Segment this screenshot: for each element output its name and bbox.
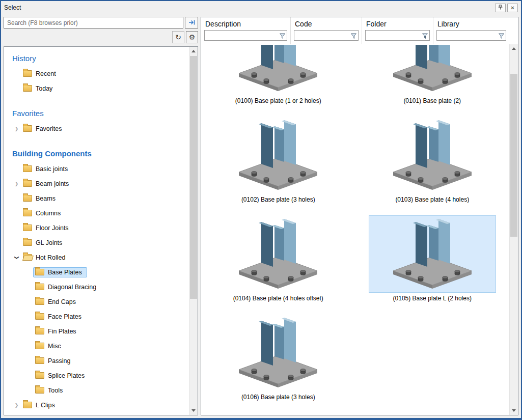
filter-input[interactable] — [294, 31, 358, 40]
scrollbar-up-button[interactable] — [189, 47, 198, 55]
scrollbar-up-button[interactable] — [510, 44, 518, 53]
tree-item[interactable]: Beams — [4, 191, 189, 206]
section-header-favorites: Favorites — [4, 105, 189, 121]
folder-tree: History Recent — [4, 46, 198, 415]
component-item[interactable]: (0103) Base plate (4 holes) — [365, 117, 500, 204]
pin-button[interactable] — [495, 4, 506, 12]
close-button[interactable]: ✕ — [507, 4, 518, 12]
tree-item[interactable]: Today — [4, 81, 189, 96]
expander-icon[interactable] — [12, 403, 21, 408]
gear-icon: ⚙ — [189, 33, 196, 41]
component-thumbnail[interactable] — [214, 215, 342, 293]
folder-icon — [35, 343, 44, 349]
titlebar[interactable]: Select ✕ — [1, 1, 521, 14]
expander-icon[interactable] — [12, 255, 21, 260]
column-header-label[interactable]: Description — [202, 19, 289, 30]
component-caption: (0102) Base plate (3 holes) — [241, 195, 315, 204]
tree-item-label: Hot Rolled — [36, 254, 65, 261]
scrollbar-down-button[interactable] — [510, 406, 518, 415]
tree-item-label: Tools — [48, 387, 63, 394]
tree-item-label: Beam joints — [36, 180, 69, 187]
tree-item-label: Misc — [48, 343, 61, 350]
tree-item[interactable]: Misc — [4, 339, 189, 353]
tree-item-label: L Clips — [36, 402, 55, 409]
base-plate-3d-thumbnail — [235, 44, 321, 95]
tree-item-label: Base Plates — [48, 269, 82, 276]
results-body: (0100) Base plate (1 or 2 holes) — [201, 44, 518, 415]
tree-item[interactable]: Columns — [4, 206, 189, 220]
component-item[interactable]: (0102) Base plate (3 holes) — [211, 117, 345, 204]
tree-item[interactable]: Hot Rolled — [4, 250, 189, 265]
component-item[interactable]: (0105) Base plate L (2 holes) — [365, 215, 500, 303]
tree-item[interactable]: Basic joints — [4, 161, 189, 176]
tree-item[interactable]: Favorites — [4, 121, 189, 136]
filter-funnel-icon[interactable] — [422, 32, 428, 41]
filter-funnel-icon[interactable] — [498, 32, 505, 41]
base-plate-3d-thumbnail — [235, 117, 321, 193]
refresh-icon: ↻ — [175, 33, 181, 41]
component-item[interactable]: (0104) Base plate (4 holes offset) — [211, 215, 345, 303]
folder-icon — [23, 254, 32, 261]
results-panel: Description Code — [201, 17, 518, 415]
tree-item[interactable]: GL Joints — [4, 235, 189, 250]
column-header-label[interactable]: Library — [434, 19, 508, 30]
component-item[interactable]: (0101) Base plate (2) — [365, 44, 500, 105]
tree-item-label: Today — [36, 85, 52, 92]
tree-item[interactable]: Passing — [4, 353, 189, 368]
component-thumbnail[interactable] — [369, 44, 496, 95]
folder-icon — [23, 210, 32, 216]
filter-input[interactable] — [205, 31, 287, 40]
column-filter — [204, 30, 287, 41]
scrollbar-down-button[interactable] — [189, 406, 198, 415]
filter-input[interactable] — [437, 31, 506, 40]
tree-item[interactable]: End Caps — [4, 294, 189, 309]
tree-scrollbar[interactable] — [189, 47, 198, 415]
tree-item[interactable]: Beam joints — [4, 176, 189, 191]
component-thumbnail[interactable] — [369, 215, 496, 293]
component-item[interactable]: (0106) Base plate (3 holes) — [211, 314, 345, 402]
tree-item[interactable]: Splice Plates — [4, 368, 189, 383]
tree-item[interactable]: L Clips — [4, 398, 189, 412]
filter-funnel-icon[interactable] — [279, 32, 286, 41]
refresh-button[interactable]: ↻ — [172, 31, 184, 43]
down-arrow-icon — [512, 409, 516, 412]
folder-icon — [23, 402, 32, 408]
settings-button[interactable]: ⚙ — [186, 31, 198, 43]
base-plate-3d-thumbnail — [235, 315, 321, 391]
left-panel: ↻ ⚙ History — [4, 17, 198, 415]
column-header-label[interactable]: Folder — [363, 19, 432, 30]
tree-item[interactable]: Recent — [4, 66, 189, 81]
tree-item-label: Beams — [36, 195, 56, 202]
go-arrow-icon — [188, 18, 195, 27]
component-thumbnail[interactable] — [214, 44, 342, 95]
down-arrow-icon — [191, 409, 196, 412]
expander-icon[interactable] — [12, 126, 21, 131]
tree-item-label: Diagonal Bracing — [48, 284, 96, 291]
results-scrollbar[interactable] — [509, 44, 518, 415]
tree-item[interactable]: Base Plates — [4, 265, 189, 279]
column-header: Description — [201, 17, 290, 44]
column-filter — [436, 30, 506, 41]
tree-item-label: Favorites — [36, 125, 62, 132]
component-thumbnail[interactable] — [369, 117, 496, 194]
expander-icon[interactable] — [12, 181, 21, 186]
component-thumbnail[interactable] — [214, 314, 342, 391]
tree-item[interactable]: Floor Joints — [4, 220, 189, 235]
tree-item[interactable]: Tools — [4, 383, 189, 398]
component-thumbnail[interactable] — [214, 117, 342, 194]
search-input[interactable] — [4, 17, 183, 29]
component-item[interactable]: (0100) Base plate (1 or 2 holes) — [211, 44, 345, 105]
tree-item[interactable]: Face Plates — [4, 309, 189, 324]
select-dialog: Select ✕ ↻ — [0, 0, 522, 420]
scrollbar-thumb[interactable] — [510, 74, 517, 237]
tree-item[interactable]: Fin Plates — [4, 324, 189, 339]
filter-input[interactable] — [366, 31, 429, 40]
folder-icon — [35, 298, 44, 305]
tree-item-label: End Caps — [48, 298, 76, 305]
scrollbar-thumb[interactable] — [190, 56, 197, 299]
filter-funnel-icon[interactable] — [350, 32, 357, 41]
column-header-label[interactable]: Code — [292, 19, 361, 30]
search-go-button[interactable] — [185, 17, 198, 29]
tree-item-label: Basic joints — [36, 165, 68, 173]
tree-item[interactable]: Diagonal Bracing — [4, 279, 189, 294]
